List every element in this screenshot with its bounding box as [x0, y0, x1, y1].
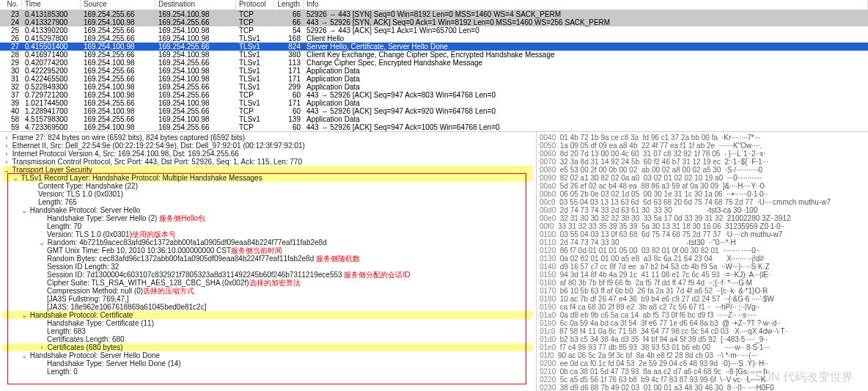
col-info[interactable]: Info: [304, 0, 868, 10]
expand-icon[interactable]: ›: [38, 343, 45, 351]
packet-row[interactable]: 594.723369500169.254.100.98169.254.255.6…: [0, 123, 868, 131]
tree-node[interactable]: › Ethernet II, Src: Dell_22:54:9e (00:22…: [3, 142, 533, 150]
hex-row[interactable]: 00f0 33 31 32 33 35 39 35 39 5a 30 13 31…: [540, 222, 865, 230]
col-dest[interactable]: Destination: [155, 0, 236, 10]
packet-rows: 230.413185300169.254.255.66169.254.100.9…: [0, 10, 868, 131]
expand-icon[interactable]: ⌄: [38, 238, 45, 246]
packet-row[interactable]: 391.021744500169.254.255.66169.254.100.9…: [0, 99, 868, 107]
tree-node[interactable]: ⌄ Random: 4b721b9acec83afd96c1372abb00fa…: [3, 238, 533, 246]
tree-node[interactable]: Cipher Suite: TLS_RSA_WITH_AES_128_CBC_S…: [3, 279, 533, 287]
tree-node[interactable]: GMT Unix Time: Feb 10, 2010 10:36:10.000…: [3, 246, 533, 255]
col-source[interactable]: Source: [81, 0, 155, 10]
hex-row[interactable]: 01c0 87 58 f4 11 0a 8c 71 58 34 64 77 98…: [540, 327, 865, 335]
col-time[interactable]: Time: [22, 0, 81, 10]
tree-node[interactable]: ⌄ Handshake Protocol: Certificate: [3, 311, 533, 319]
hex-row[interactable]: 0200 ee 0d ca f0 1c fd 04 53 2e 59 29 04…: [540, 359, 865, 368]
hex-row[interactable]: 00e0 32 31 30 30 32 32 38 30 33 5a 17 0d…: [540, 214, 865, 222]
tree-node[interactable]: Compression Method: null (0)选择的压缩方式: [3, 287, 533, 295]
tree-node[interactable]: Length: 765: [3, 198, 533, 206]
hex-row[interactable]: 0090 82 02 a1 30 82 02 0a a0 03 02 01 02…: [540, 174, 865, 182]
packet-row[interactable]: 310.422465500169.254.255.66169.254.100.9…: [0, 75, 868, 83]
expand-icon[interactable]: ⌄: [21, 351, 28, 359]
hex-row[interactable]: 0170 b6 10 5b 63 ff af 6b b0 26 fa 2a 31…: [540, 287, 865, 295]
tree-node[interactable]: Length: 70: [3, 222, 533, 230]
tree-node[interactable]: Handshake Type: Certificate (11): [3, 319, 533, 327]
tree-node[interactable]: [JA3S Fullstring: 769,47,]: [3, 295, 533, 303]
tree-node[interactable]: Session ID Length: 32: [3, 263, 533, 271]
expand-icon[interactable]: ›: [3, 150, 10, 158]
packet-row[interactable]: 370.729721200169.254.100.98169.254.255.6…: [0, 91, 868, 99]
tree-node[interactable]: › Frame 27: 824 bytes on wire (6592 bits…: [3, 134, 533, 142]
hex-row[interactable]: 01b0 6c 0a 59 4a bd ca 3f 54 3f e6 77 1e…: [540, 319, 865, 327]
hex-row[interactable]: 0190 ca f4 ca 68 30 2f 89 e2 3b a8 c2 7c…: [540, 303, 865, 311]
packet-row[interactable]: 290.420774200169.254.100.98169.254.255.6…: [0, 59, 868, 67]
tree-node[interactable]: Length: 0: [3, 368, 533, 376]
hex-row[interactable]: 01d0 b2 b3 c5 34 38 4a d3 35 f4 bf 94 a4…: [540, 335, 865, 343]
hex-row[interactable]: 0120 86 f7 0d 01 01 01 05 00 03 82 01 0f…: [540, 246, 865, 255]
expand-icon[interactable]: ⌄: [21, 206, 28, 214]
hex-row[interactable]: 0210 0b ca 38 01 5d 47 73 93 8a aa c2 d7…: [540, 368, 865, 376]
packet-row[interactable]: 230.413185300169.254.255.66169.254.100.9…: [0, 10, 868, 18]
packet-row[interactable]: 584.515798300169.254.255.66169.254.100.9…: [0, 115, 868, 123]
tree-node[interactable]: Random Bytes: cec83afd96c1372abb00fa1a09…: [3, 255, 533, 263]
hex-row[interactable]: 0080 e5 53 00 2f 00 0b 00 02 ab 00 02 a8…: [540, 166, 865, 174]
hex-row[interactable]: 0160 af 80 3b 7b bf f9 66 fb 2a f5 7f dd…: [540, 279, 865, 287]
packet-row[interactable]: 260.415297800169.254.255.66169.254.100.9…: [0, 34, 868, 43]
tree-node[interactable]: ⌄ TLSv1 Record Layer: Handshake Protocol…: [3, 174, 533, 182]
hex-row[interactable]: 01e0 f7 c4 99 93 77 db 85 93 38 93 53 01…: [540, 343, 865, 351]
expand-icon[interactable]: ⌄: [3, 166, 10, 174]
packet-list-pane[interactable]: No. Time Source Destination Protocol Len…: [0, 0, 868, 132]
hex-row[interactable]: 0230 38 d9 d6 88 7b 49 02 03 01 00 01 a3…: [540, 384, 865, 391]
tree-node[interactable]: [JA3S: 18e962e1067618869a61045bed0e81c2c…: [3, 303, 533, 311]
hex-row[interactable]: 0040 01 4b 72 1b 9a ce c8 3a fd 96 c1 37…: [540, 134, 865, 142]
tree-node[interactable]: ⌄ Handshake Protocol: Server Hello Done: [3, 351, 533, 359]
expand-icon[interactable]: ›: [3, 142, 10, 150]
hex-row[interactable]: 00c0 03 55 04 03 13 13 63 6d 6d 63 68 20…: [540, 198, 865, 206]
expand-icon[interactable]: ⌄: [21, 311, 28, 319]
tree-node[interactable]: Handshake Type: Server Hello (2) 服务侧Hell…: [3, 214, 533, 222]
tree-node[interactable]: Version: TLS 1.0 (0x0301): [3, 190, 533, 198]
tree-node[interactable]: Session ID: 7d1300004c603107c832921f7805…: [3, 271, 533, 279]
packet-bytes-pane[interactable]: 0040 01 4b 72 1b 9a ce c8 3a fd 96 c1 37…: [537, 132, 868, 391]
hex-row[interactable]: 0130 0a 02 82 01 01 00 a5 e8 a3 8c 6a 21…: [540, 255, 865, 263]
hex-row[interactable]: 0100 03 55 04 03 13 0f 63 68 6d 75 74 68…: [540, 230, 865, 238]
hex-row[interactable]: 01f0 90 ac 06 5c 2a 9f 3c bf 8a 4b e8 f2…: [540, 351, 865, 359]
col-proto[interactable]: Protocol: [236, 0, 274, 10]
hex-row[interactable]: 00a0 5d 26 ef 02 ac b4 48 ea 88 86 a3 59…: [540, 182, 865, 190]
hex-row[interactable]: 0140 d9 16 57 c7 cc 8f 7d ee a7 b2 b4 53…: [540, 263, 865, 271]
hex-row[interactable]: 0070 32 3a 8d 31 14 92 24 5b 60 f2 46 b7…: [540, 158, 865, 166]
packet-row[interactable]: 270.415501400169.254.100.98169.254.255.6…: [0, 43, 868, 51]
tree-node[interactable]: Handshake Type: Server Hello Done (14): [3, 359, 533, 368]
hex-row[interactable]: 00d0 2d 74 73 74 33 2d 63 61 30 33 30 -t…: [540, 206, 865, 214]
tree-node[interactable]: › Internet Protocol Version 4, Src: 169.…: [3, 150, 533, 158]
expand-icon[interactable]: ›: [3, 158, 10, 166]
tree-node[interactable]: › Certificates (680 bytes): [3, 343, 533, 351]
tree-node[interactable]: › Transmission Control Protocol, Src Por…: [3, 158, 533, 166]
hex-row[interactable]: 0050 1a 09 05 df 09 ea a8 4b 22 4f 77 ea…: [540, 142, 865, 150]
packet-row[interactable]: 280.416971400169.254.255.66169.254.100.9…: [0, 51, 868, 59]
packet-row[interactable]: 320.522849300169.254.100.98169.254.255.6…: [0, 83, 868, 91]
tree-node[interactable]: Version: TLS 1.0 (0x0301)使用的版本号: [3, 230, 533, 238]
hex-row[interactable]: 0180 10 ac 7b df 26 47 e4 36 b9 b4 e6 c9…: [540, 295, 865, 303]
hex-row[interactable]: 0060 8d 20 7d 13 00 00 4c 60 31 07 c8 32…: [540, 150, 865, 158]
packet-row[interactable]: 250.413390200169.254.255.66169.254.100.9…: [0, 26, 868, 34]
hex-row[interactable]: 00b0 06 05 2b 0e 03 02 1d 05 00 30 1e 31…: [540, 190, 865, 198]
hex-row[interactable]: 0220 5c a5 d5 56 1f 76 63 b8 b9 4c f7 83…: [540, 376, 865, 384]
hex-row[interactable]: 0110 2d 74 73 74 33 30 -tst30 ··"0···*·H: [540, 238, 865, 246]
hex-row[interactable]: 01a0 0a d8 eb 9b c6 5a ca 14 ab f5 73 0f…: [540, 311, 865, 319]
packet-row[interactable]: 401.228941700169.254.100.98169.254.255.6…: [0, 107, 868, 115]
expand-icon[interactable]: ›: [3, 134, 10, 142]
packet-row[interactable]: 300.422295200169.254.255.66169.254.100.9…: [0, 67, 868, 75]
annotation-text: 服务侧分配的会话ID: [344, 271, 410, 279]
col-length[interactable]: Length: [274, 0, 304, 10]
tree-node[interactable]: Length: 683: [3, 327, 533, 335]
packet-details-pane[interactable]: › Frame 27: 824 bytes on wire (6592 bits…: [0, 132, 537, 391]
col-no[interactable]: No.: [0, 0, 22, 10]
expand-icon[interactable]: ⌄: [12, 174, 19, 182]
packet-row[interactable]: 240.413327900169.254.100.98169.254.255.6…: [0, 18, 868, 26]
tree-node[interactable]: Content Type: Handshake (22): [3, 182, 533, 190]
hex-row[interactable]: 0150 94 3d 14 8f 4b 4a 29 1c 41 11 08 e1…: [540, 271, 865, 279]
tree-node[interactable]: ⌄ Handshake Protocol: Server Hello: [3, 206, 533, 214]
tree-node[interactable]: ⌄ Transport Layer Security: [3, 166, 533, 174]
tree-node[interactable]: Certificates Length: 680: [3, 335, 533, 343]
